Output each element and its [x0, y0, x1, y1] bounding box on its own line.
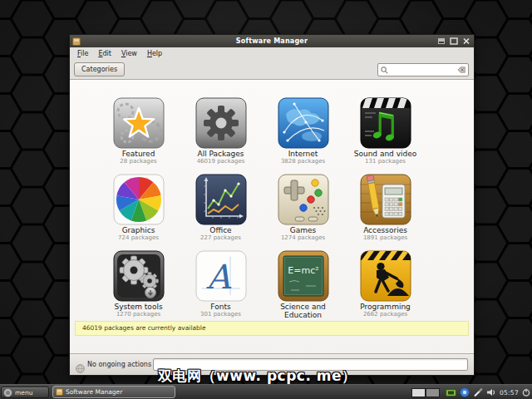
- menu-view[interactable]: View: [116, 50, 142, 57]
- search-box: [377, 63, 469, 76]
- categories-button[interactable]: Categories: [74, 62, 125, 76]
- workspace-1[interactable]: [411, 388, 426, 397]
- power-icon[interactable]: [522, 388, 530, 397]
- titlebar[interactable]: Software Manager: [70, 35, 474, 47]
- featured-star-icon: [113, 97, 165, 149]
- fonts-letter-a-icon: A: [195, 250, 247, 302]
- maximize-button[interactable]: [449, 37, 458, 46]
- category-count: 1274 packages: [262, 234, 344, 241]
- brush-icon[interactable]: [473, 387, 483, 397]
- menu-file[interactable]: File: [72, 50, 93, 57]
- category-count: 227 packages: [180, 234, 262, 241]
- category-system-tools[interactable]: System tools 1270 packages: [97, 250, 180, 327]
- category-name: Graphics: [97, 226, 180, 234]
- menu-help[interactable]: Help: [142, 50, 167, 57]
- category-featured[interactable]: Featured 28 packages: [97, 97, 180, 174]
- green-status-icon[interactable]: [446, 389, 456, 397]
- sound-video-clapperboard-icon: [360, 97, 411, 149]
- category-row-1: Featured 28 packages: [97, 97, 474, 174]
- category-grid: Featured 28 packages: [70, 80, 474, 327]
- category-count: 3828 packages: [262, 158, 344, 165]
- category-name: Office: [180, 226, 262, 234]
- clock[interactable]: 05:57: [500, 389, 519, 397]
- watermark-text: 双电网（www. pcpc. me）: [158, 367, 357, 386]
- category-fonts[interactable]: A Fonts 301 packages: [180, 250, 262, 327]
- category-name: All Packages: [180, 150, 262, 158]
- category-accessories[interactable]: Accessories 1891 packages: [344, 174, 426, 250]
- blue-status-icon[interactable]: [460, 387, 470, 397]
- software-manager-task-icon: [56, 388, 63, 396]
- toolbar: Categories: [70, 60, 474, 80]
- category-internet[interactable]: Internet 3828 packages: [262, 97, 344, 174]
- category-name: Sound and video: [344, 150, 426, 158]
- window-title: Software Manager: [70, 37, 474, 45]
- workspace-2[interactable]: [426, 388, 440, 397]
- software-manager-window: Software Manager File Edit View Help Cat…: [69, 34, 475, 376]
- category-programming[interactable]: Programming 2662 packages: [344, 250, 426, 327]
- category-count: 724 packages: [97, 234, 180, 241]
- workspace-switcher[interactable]: [411, 388, 440, 397]
- category-count: 301 packages: [180, 311, 262, 318]
- taskbar: menu Software Manager: [0, 384, 532, 399]
- menu-edit[interactable]: Edit: [93, 50, 116, 57]
- category-count: 2662 packages: [344, 311, 426, 318]
- system-tray: 05:57: [411, 385, 530, 399]
- close-button[interactable]: [461, 37, 470, 46]
- all-packages-gear-icon: [195, 97, 247, 149]
- status-globe-icon: [76, 361, 85, 375]
- programming-worker-icon: [360, 250, 411, 302]
- category-name: Science and Education: [262, 303, 344, 320]
- menu-button[interactable]: menu: [1, 387, 49, 398]
- category-count: 1891 packages: [344, 234, 426, 241]
- science-education-chalkboard-icon: E=mc²: [278, 250, 329, 302]
- minimize-button[interactable]: [436, 37, 446, 46]
- category-name: Featured: [97, 150, 180, 158]
- category-all-packages[interactable]: All Packages 46019 packages: [180, 97, 262, 174]
- category-name: Programming: [344, 303, 426, 311]
- status-label: No ongoing actions: [87, 361, 151, 368]
- taskbar-item-label: Software Manager: [66, 388, 122, 396]
- category-name: Accessories: [344, 226, 426, 234]
- graphics-pinwheel-icon: [113, 174, 165, 225]
- menubar: File Edit View Help: [70, 47, 474, 60]
- search-icon: [381, 66, 388, 74]
- category-science-education[interactable]: E=mc² Science and Education 1445 package…: [262, 250, 344, 327]
- category-name: Games: [262, 226, 344, 234]
- mint-logo-icon: [3, 388, 12, 397]
- category-count: 46019 packages: [180, 158, 262, 165]
- desktop: Software Manager File Edit View Help Cat…: [0, 0, 532, 399]
- internet-globe-icon: [278, 97, 329, 149]
- category-games[interactable]: Games 1274 packages: [262, 174, 344, 250]
- category-count: 1270 packages: [97, 311, 180, 318]
- category-name: Fonts: [180, 303, 262, 311]
- category-row-2: Graphics 724 packages: [97, 174, 474, 250]
- search-input[interactable]: [388, 66, 456, 74]
- menu-button-label: menu: [15, 389, 32, 397]
- category-count: 131 packages: [344, 158, 426, 165]
- info-bar: 46019 packages are currently available: [75, 321, 469, 336]
- taskbar-item-software-manager[interactable]: Software Manager: [52, 386, 175, 398]
- system-tools-gears-icon: [113, 250, 165, 302]
- accessories-calculator-icon: [360, 174, 411, 225]
- category-name: System tools: [97, 303, 180, 311]
- clear-search-icon[interactable]: [456, 66, 466, 73]
- games-controller-icon: [278, 174, 329, 225]
- category-view: Featured 28 packages: [70, 80, 474, 375]
- category-name: Internet: [262, 150, 344, 158]
- volume-icon[interactable]: [486, 388, 496, 397]
- category-graphics[interactable]: Graphics 724 packages: [97, 174, 180, 250]
- svg-text:E=mc²: E=mc²: [288, 265, 318, 276]
- office-chart-icon: [195, 174, 247, 225]
- category-sound-video[interactable]: Sound and video 131 packages: [344, 97, 426, 174]
- svg-text:A: A: [205, 258, 231, 296]
- category-row-3: System tools 1270 packages A Fonts: [97, 250, 474, 327]
- category-office[interactable]: Office 227 packages: [180, 174, 262, 250]
- category-count: 28 packages: [97, 158, 180, 165]
